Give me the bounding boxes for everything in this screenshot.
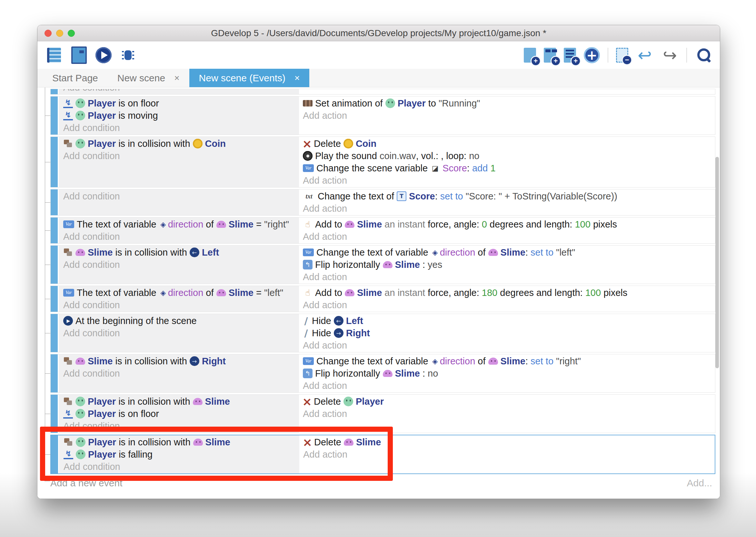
add-button[interactable]: Add...: [687, 477, 712, 489]
add-comment-icon[interactable]: [564, 48, 576, 62]
tab-label: New scene (Events): [199, 73, 285, 84]
add-action-button[interactable]: Add action: [303, 109, 715, 122]
event-row[interactable]: The text of variable direction of Slime …: [50, 286, 715, 312]
action-line[interactable]: Change the text of variable direction of…: [303, 355, 715, 367]
text-segment: Slime: [229, 288, 253, 298]
event-row[interactable]: Player is on floorPlayer is movingAdd co…: [50, 96, 715, 135]
search-icon[interactable]: [695, 47, 712, 64]
condition-line[interactable]: Player is on floor: [63, 408, 299, 420]
event-row[interactable]: Slime is in collision with LeftAdd condi…: [50, 245, 715, 284]
event-row[interactable]: Slime is in collision with RightAdd cond…: [50, 354, 715, 393]
add-action-button[interactable]: Add action: [303, 380, 715, 392]
force-icon: [303, 220, 313, 229]
remove-event-icon[interactable]: [616, 48, 628, 62]
tab-bar: Start PageNew scene×New scene (Events)×: [37, 69, 720, 87]
event-drag-bar[interactable]: [51, 89, 58, 94]
event-row[interactable]: Add condition: [50, 89, 715, 95]
scrollbar-thumb[interactable]: [715, 157, 719, 368]
text-segment: =: [253, 288, 264, 298]
event-row[interactable]: The text of variable direction of Slime …: [50, 217, 715, 244]
condition-line[interactable]: Player is in collision with Coin: [63, 138, 299, 150]
minimize-button[interactable]: [56, 30, 63, 37]
text-segment: Left: [202, 247, 219, 258]
action-line[interactable]: Change the text of variable direction of…: [303, 246, 715, 259]
event-drag-bar[interactable]: [51, 354, 58, 392]
event-drag-bar[interactable]: [51, 137, 58, 187]
text-segment: 1: [490, 163, 495, 174]
action-line[interactable]: Play the sound coin.wav, vol.: , loop: n…: [303, 150, 715, 162]
redo-icon[interactable]: [661, 47, 679, 64]
tab-new-scene[interactable]: New scene×: [108, 69, 189, 87]
add-condition-button[interactable]: Add condition: [63, 190, 299, 202]
add-condition-button[interactable]: Add condition: [63, 367, 299, 380]
add-action-button[interactable]: Add action: [303, 339, 715, 351]
condition-line[interactable]: Player is on floor: [63, 97, 299, 109]
add-action-button[interactable]: Add action: [303, 230, 715, 243]
event-drag-bar[interactable]: [51, 246, 58, 284]
event-drag-bar[interactable]: [51, 286, 58, 312]
add-event-icon[interactable]: [524, 48, 536, 62]
text-segment: direction: [440, 247, 475, 258]
action-line[interactable]: Add to Slime an instant force, angle: 18…: [303, 287, 715, 299]
add-action-button[interactable]: Add action: [303, 202, 715, 215]
add-action-button[interactable]: Add action: [303, 174, 715, 186]
condition-line[interactable]: At the beginning of the scene: [63, 315, 299, 327]
text-segment: Player: [398, 98, 426, 109]
add-condition-button[interactable]: Add condition: [63, 89, 299, 94]
condition-line[interactable]: Slime is in collision with Left: [63, 246, 299, 259]
add-action-button[interactable]: Add action: [303, 299, 715, 311]
tab-new-scene-events[interactable]: New scene (Events)×: [189, 69, 310, 87]
text-segment: an instant: [382, 219, 428, 230]
close-button[interactable]: [45, 30, 52, 37]
add-condition-button[interactable]: Add condition: [63, 230, 299, 243]
add-action-button[interactable]: Add action: [303, 271, 715, 283]
add-subevent-icon[interactable]: [544, 48, 556, 62]
condition-line[interactable]: Slime is in collision with Right: [63, 355, 299, 367]
variable-icon: [63, 221, 74, 228]
scene-editor-icon[interactable]: [70, 47, 88, 64]
action-line[interactable]: Hide Right: [303, 327, 715, 339]
text-segment: Score: [442, 163, 467, 174]
toolbar: [37, 41, 720, 69]
actions-cell: Change the text of Score: set to "Score:…: [299, 189, 715, 215]
add-action-button[interactable]: Add action: [303, 408, 715, 420]
condition-line[interactable]: Player is in collision with Slime: [63, 395, 299, 408]
close-tab-icon[interactable]: ×: [294, 73, 300, 83]
event-drag-bar[interactable]: [51, 218, 58, 243]
text-segment: Player: [88, 139, 116, 149]
add-condition-button[interactable]: Add condition: [63, 327, 299, 339]
debug-icon[interactable]: [119, 47, 137, 64]
preview-icon[interactable]: [95, 47, 112, 63]
tab-start-page[interactable]: Start Page: [43, 69, 108, 87]
add-condition-button[interactable]: Add condition: [63, 122, 299, 134]
undo-icon[interactable]: [636, 47, 654, 64]
add-condition-button[interactable]: Add condition: [63, 150, 299, 162]
event-drag-bar[interactable]: [51, 97, 58, 135]
event-row[interactable]: At the beginning of the sceneAdd conditi…: [50, 314, 715, 352]
add-circle-icon[interactable]: [584, 47, 600, 63]
add-condition-button[interactable]: Add condition: [63, 299, 299, 311]
event-row[interactable]: Add conditionChange the text of Score: s…: [50, 189, 715, 216]
action-line[interactable]: Delete Coin: [303, 138, 715, 150]
condition-line[interactable]: Player is moving: [63, 109, 299, 122]
action-line[interactable]: Delete Player: [303, 395, 715, 408]
event-drag-bar[interactable]: [51, 314, 58, 352]
action-line[interactable]: Set animation of Player to "Running": [303, 97, 715, 109]
add-condition-button[interactable]: Add condition: [63, 259, 299, 271]
event-row[interactable]: Player is in collision with CoinAdd cond…: [50, 137, 715, 187]
action-line[interactable]: Add to Slime an instant force, angle: 0 …: [303, 218, 715, 230]
action-line[interactable]: Hide Left: [303, 315, 715, 327]
close-tab-icon[interactable]: ×: [174, 73, 179, 83]
text-segment: 100: [586, 288, 601, 298]
project-manager-icon[interactable]: [45, 47, 62, 64]
action-line[interactable]: Change the text of Score: set to "Score:…: [303, 190, 715, 202]
action-line[interactable]: Change the scene variable Score: add 1: [303, 162, 715, 174]
event-drag-bar[interactable]: [51, 189, 58, 215]
slime-icon: [75, 249, 85, 256]
condition-line[interactable]: The text of variable direction of Slime …: [63, 218, 299, 230]
action-line[interactable]: Flip horizontally Slime : yes: [303, 259, 715, 271]
condition-line[interactable]: The text of variable direction of Slime …: [63, 287, 299, 299]
action-line[interactable]: Flip horizontally Slime : no: [303, 367, 715, 380]
zoom-button[interactable]: [68, 30, 75, 37]
text-segment: is in collision with: [113, 356, 190, 367]
